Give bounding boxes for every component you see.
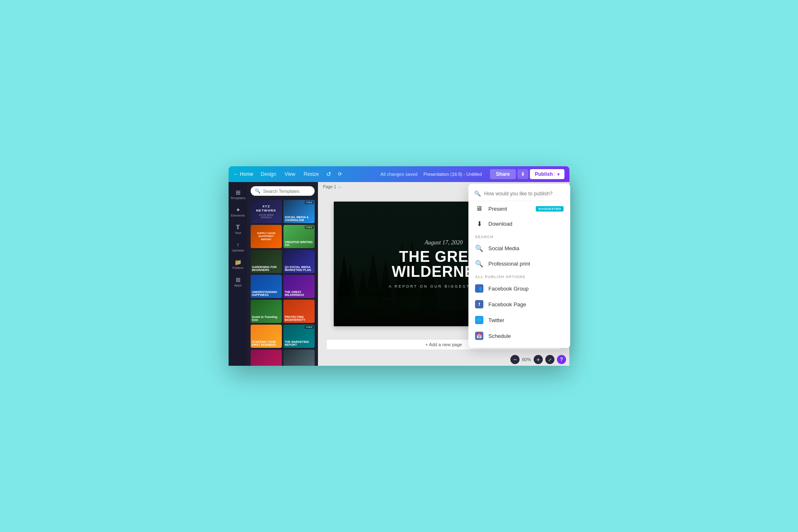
share-button[interactable]: Share [490,169,515,179]
template-thumb-14[interactable]: OUR PROPERTY PORTFOLIO [283,350,315,366]
download-icon-button[interactable]: ⬇ [517,169,528,179]
sidebar-item-uploads[interactable]: ↑ Uploads [230,239,246,255]
template-thumb-12[interactable]: FREE THE MARKETING REPORT [283,325,315,348]
publish-dropdown: 🔍 🖥 Present SUGGESTED ⬇ Download SEARCH … [468,184,570,348]
template-thumb-1[interactable]: XYZNETWORK SOCIAL MEDIASTRATEGY [251,200,282,223]
all-publish-section-label: ALL PUBLISH OPTIONS [468,271,570,281]
present-icon: 🖥 [475,205,483,212]
template-thumb-4[interactable]: FREE CREATIVE WRITING 101 [283,225,315,248]
template-thumb-10[interactable]: PROTECTING BIODIVERSITY [283,300,315,323]
template-thumb-2[interactable]: FREE SOCIAL MEDIA & JOURNALISM [283,200,315,223]
publish-option-professional-print[interactable]: 🔍 Professional print [468,256,570,271]
nav-view[interactable]: View [281,170,299,179]
sidebar: ⊞ Templates ✦ Elements T Text ↑ Uploads … [229,182,247,366]
templates-icon: ⊞ [236,189,241,196]
help-button[interactable]: ? [557,355,566,364]
template-thumb-11[interactable]: STARTING YOUR FIRST BUSINESS [251,325,282,348]
professional-print-search-icon: 🔍 [475,260,483,268]
zoom-level-display: 60% [522,357,531,362]
publish-search-input[interactable] [484,191,564,197]
nav-redo-button[interactable]: ⟳ [335,170,345,178]
template-thumb-7[interactable]: UNDERSTANDING HAPPINESS [251,275,282,298]
sidebar-item-apps[interactable]: ⊞ Apps [230,273,246,290]
publish-option-schedule[interactable]: 📅 Schedule [468,328,570,344]
template-thumb-13[interactable]: Hewes Land Development [251,350,282,366]
download-icon: ⬇ [475,220,483,228]
publish-option-present[interactable]: 🖥 Present SUGGESTED [468,201,570,216]
folders-icon: 📁 [234,259,241,266]
publish-option-twitter[interactable]: 🐦 Twitter [468,312,570,328]
publish-chevron-icon[interactable]: ▾ [554,172,559,177]
nav-resize[interactable]: Resize [300,170,323,179]
publish-option-social-media[interactable]: 🔍 Social Media [468,241,570,256]
template-thumb-9[interactable]: Guide to Traveling Solo [251,300,282,323]
schedule-icon: 📅 [475,332,483,340]
publish-button[interactable]: Publish ▾ [530,169,564,179]
slide-date: August 17, 2020 [425,239,463,246]
publish-option-facebook-group[interactable]: 👥 Facebook Group [468,281,570,296]
document-title: Presentation (16:9) - Untitled [424,172,482,177]
fullscreen-button[interactable]: ⤢ [545,355,554,364]
sidebar-item-templates[interactable]: ⊞ Templates [230,186,246,203]
apps-icon: ⊞ [236,276,241,283]
publish-option-facebook-page[interactable]: f Facebook Page [468,296,570,312]
suggested-badge: SUGGESTED [536,206,564,212]
elements-icon: ✦ [236,207,241,213]
sidebar-item-folders[interactable]: 📁 Folders [230,256,246,273]
zoom-in-button[interactable]: + [534,355,543,364]
templates-search-area: 🔍 [247,182,318,200]
top-nav: ← Home Design View Resize ↺ ⟳ All change… [229,166,569,182]
nav-design[interactable]: Design [257,170,279,179]
templates-panel: 🔍 XYZNETWORK SOCIAL MEDIASTRATEGY FREE S… [247,182,318,366]
template-thumb-6[interactable]: Q3 SOCIAL MEDIA MARKETING PLAN [283,250,315,273]
sidebar-item-elements[interactable]: ✦ Elements [230,204,246,220]
app-window: ← Home Design View Resize ↺ ⟳ All change… [229,166,569,366]
autosave-status: All changes saved [380,172,417,177]
zoom-out-button[interactable]: − [510,355,520,364]
template-thumb-5[interactable]: GARDENING FOR BEGINNERS [251,250,282,273]
uploads-icon: ↑ [236,241,239,248]
nav-undo-button[interactable]: ↺ [324,170,334,178]
facebook-group-icon: 👥 [475,284,483,293]
dropdown-search-area: 🔍 [468,188,570,201]
twitter-icon: 🐦 [475,316,483,324]
text-icon: T [236,224,240,231]
search-section-label: SEARCH [468,232,570,241]
template-thumb-8[interactable]: THE GREAT WILDERNESS [283,275,315,298]
nav-back-button[interactable]: ← Home [234,171,253,177]
template-thumb-3[interactable]: SUPPLY CHAINQUARTERLYREPORT [251,225,282,248]
social-media-search-icon: 🔍 [475,244,483,252]
search-icon: 🔍 [255,188,261,194]
templates-grid: XYZNETWORK SOCIAL MEDIASTRATEGY FREE SOC… [247,200,318,366]
facebook-page-icon: f [475,300,483,308]
publish-option-download[interactable]: ⬇ Download [468,216,570,232]
dropdown-search-icon: 🔍 [474,190,481,197]
canvas-bottom-bar: − 60% + ⤢ ? [318,353,569,366]
search-wrapper: 🔍 [251,186,315,196]
sidebar-item-text[interactable]: T Text [230,221,246,238]
templates-search-input[interactable] [263,189,310,194]
